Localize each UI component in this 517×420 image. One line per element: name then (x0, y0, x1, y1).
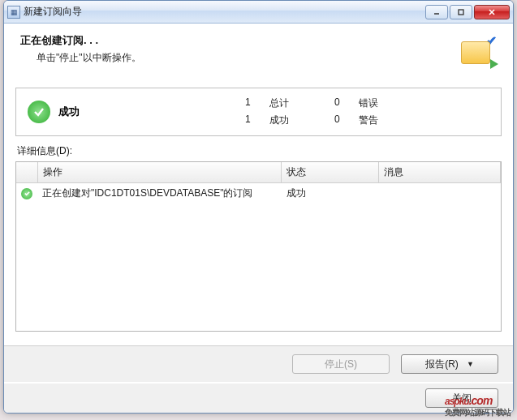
success-count: 1 (245, 114, 269, 127)
total-label: 总计 (269, 96, 334, 110)
folder-icon (461, 41, 490, 64)
warn-count: 0 (334, 114, 359, 127)
row-success-icon (21, 188, 32, 199)
header-graphic: ✔ (459, 33, 497, 71)
report-button[interactable]: 报告(R)▼ (401, 354, 498, 374)
minimize-button[interactable] (425, 5, 448, 19)
col-state[interactable]: 状态 (282, 162, 379, 183)
close-bar: 关闭 (4, 384, 513, 413)
titlebar[interactable]: ▦ 新建订阅向导 (4, 1, 513, 24)
button-bar: 停止(S) 报告(R)▼ (4, 345, 513, 382)
error-label: 错误 (359, 96, 407, 110)
row-state: 成功 (282, 183, 379, 204)
window-controls (425, 5, 510, 19)
close-dialog-button[interactable]: 关闭 (425, 388, 498, 408)
details-grid[interactable]: 操作 状态 消息 正在创建对"IDC1DT01S\DEVDATABASE"的订阅… (15, 161, 502, 332)
chevron-down-icon: ▼ (467, 360, 474, 368)
wizard-window: ▦ 新建订阅向导 正在创建订阅. . . 单击"停止"以中断操作。 ✔ 成功 1 (3, 0, 514, 414)
col-action[interactable]: 操作 (37, 162, 282, 183)
separator (4, 79, 513, 79)
status-summary: 成功 1 总计 0 错误 1 成功 0 警告 (15, 88, 502, 136)
table-row[interactable]: 正在创建对"IDC1DT01S\DEVDATABASE"的订阅 成功 (16, 183, 501, 204)
maximize-button[interactable] (450, 5, 472, 19)
page-subtitle: 单击"停止"以中断操作。 (37, 51, 459, 65)
arrow-icon (490, 59, 498, 69)
error-count: 0 (334, 96, 359, 110)
row-action: 正在创建对"IDC1DT01S\DEVDATABASE"的订阅 (37, 183, 282, 204)
close-button[interactable] (474, 5, 510, 19)
wizard-header: 正在创建订阅. . . 单击"停止"以中断操作。 ✔ (4, 24, 513, 79)
warn-label: 警告 (359, 114, 407, 127)
total-count: 1 (245, 96, 269, 110)
window-title: 新建订阅向导 (24, 5, 425, 19)
row-message (379, 183, 501, 204)
status-label: 成功 (58, 105, 180, 119)
details-label: 详细信息(D): (17, 144, 500, 158)
stop-button: 停止(S) (292, 354, 390, 374)
svg-rect-1 (459, 10, 463, 15)
col-icon[interactable] (16, 162, 37, 183)
grid-header-row: 操作 状态 消息 (16, 162, 501, 183)
app-icon: ▦ (7, 6, 20, 19)
col-message[interactable]: 消息 (379, 162, 501, 183)
success-label: 成功 (269, 114, 334, 127)
success-icon (28, 101, 50, 123)
page-title: 正在创建订阅. . . (20, 33, 459, 48)
